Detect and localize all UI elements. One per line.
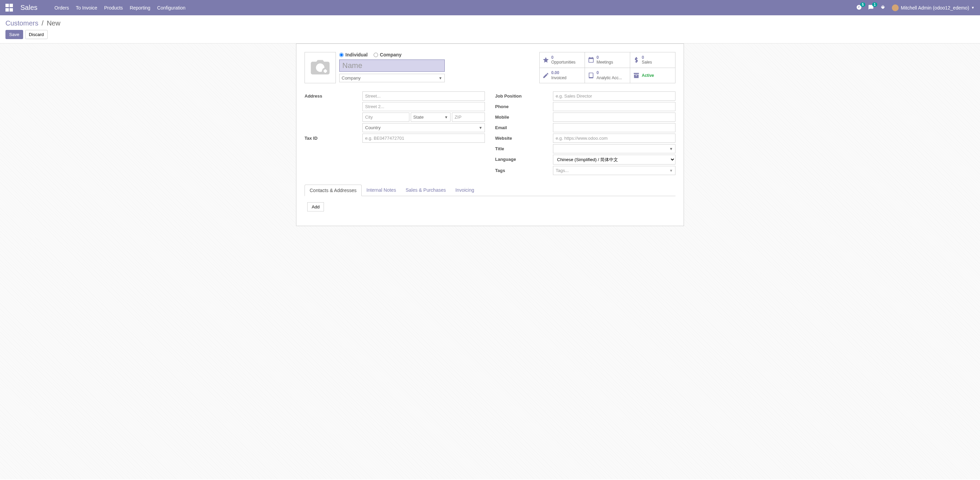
add-button[interactable]: Add (307, 202, 324, 211)
label-language: Language (495, 155, 550, 162)
radio-company[interactable]: Company (374, 52, 401, 57)
navbar-menu: Orders To Invoice Products Reporting Con… (54, 5, 856, 11)
country-select[interactable]: Country (363, 123, 485, 132)
apps-icon[interactable] (5, 4, 14, 12)
book-icon (588, 72, 595, 79)
job-position-input[interactable] (553, 92, 675, 101)
label-title: Title (495, 144, 550, 151)
control-panel: Customers / New Save Discard (0, 15, 980, 43)
user-menu[interactable]: Mitchell Admin (odoo12_edemo) ▼ (892, 5, 975, 11)
breadcrumb-customers[interactable]: Customers (5, 19, 38, 27)
stat-active[interactable]: Active (630, 68, 675, 83)
image-upload[interactable] (305, 52, 336, 83)
title-select[interactable] (553, 144, 675, 153)
radio-individual[interactable]: Individual (339, 52, 368, 57)
activities-button[interactable]: 5 (856, 5, 862, 11)
menu-configuration[interactable]: Configuration (157, 5, 185, 11)
content-area: Individual Company Company 0Opportunitie… (0, 43, 980, 479)
dollar-icon (633, 56, 640, 63)
menu-to-invoice[interactable]: To Invoice (76, 5, 97, 11)
tax-id-input[interactable] (363, 134, 485, 143)
zip-input[interactable] (452, 112, 485, 122)
name-input[interactable] (339, 60, 445, 72)
street2-input[interactable] (363, 102, 485, 111)
city-input[interactable] (363, 112, 409, 122)
tab-content: Add (305, 196, 675, 217)
breadcrumb-current: New (47, 19, 60, 27)
company-select[interactable]: Company (339, 74, 445, 82)
user-name: Mitchell Admin (odoo12_edemo) (901, 5, 969, 11)
breadcrumb: Customers / New (5, 19, 975, 27)
caret-down-icon: ▼ (971, 6, 975, 10)
label-address: Address (305, 92, 359, 98)
email-input[interactable] (553, 123, 675, 132)
language-select[interactable]: Chinese (Simplified) / 简体中文 (553, 155, 675, 165)
debug-button[interactable] (880, 5, 886, 11)
state-select[interactable]: State (411, 112, 450, 122)
mobile-input[interactable] (553, 112, 675, 122)
activities-badge: 5 (860, 2, 865, 7)
form-sheet: Individual Company Company 0Opportunitie… (296, 43, 684, 226)
label-phone: Phone (495, 102, 550, 109)
bug-icon (880, 5, 886, 10)
breadcrumb-sep: / (41, 19, 43, 27)
save-button[interactable]: Save (5, 30, 23, 39)
messages-badge: 1 (872, 2, 878, 7)
navbar: Sales Orders To Invoice Products Reporti… (0, 0, 980, 15)
avatar (892, 5, 899, 11)
navbar-right: 5 1 Mitchell Admin (odoo12_edemo) ▼ (856, 5, 975, 11)
app-brand[interactable]: Sales (21, 4, 37, 11)
label-email: Email (495, 123, 550, 130)
discard-button[interactable]: Discard (25, 30, 48, 39)
label-job-position: Job Position (495, 92, 550, 98)
tab-internal-notes[interactable]: Internal Notes (362, 185, 401, 196)
label-mobile: Mobile (495, 112, 550, 120)
stat-invoiced[interactable]: 0.00Invoiced (540, 68, 585, 83)
radio-company-input[interactable] (374, 53, 378, 57)
radio-individual-input[interactable] (339, 53, 344, 57)
phone-input[interactable] (553, 102, 675, 111)
menu-reporting[interactable]: Reporting (130, 5, 150, 11)
pencil-square-icon (542, 72, 549, 79)
tab-invoicing[interactable]: Invoicing (450, 185, 479, 196)
stat-analytic[interactable]: 0Analytic Acc... (585, 68, 630, 83)
stat-opportunities[interactable]: 0Opportunities (540, 52, 585, 68)
tab-contacts[interactable]: Contacts & Addresses (305, 185, 362, 196)
camera-plus-icon (310, 59, 331, 76)
star-icon (542, 56, 549, 63)
messages-button[interactable]: 1 (868, 5, 874, 11)
tabs: Contacts & Addresses Internal Notes Sale… (305, 185, 675, 196)
label-tax-id: Tax ID (305, 134, 359, 141)
stat-meetings[interactable]: 0Meetings (585, 52, 630, 68)
archive-icon (633, 72, 640, 79)
street-input[interactable] (363, 92, 485, 101)
website-input[interactable] (553, 134, 675, 143)
tags-select[interactable]: Tags... (553, 166, 675, 175)
label-website: Website (495, 134, 550, 141)
stat-buttons: 0Opportunities 0Meetings 0Sales 0.00Invo… (539, 52, 675, 83)
calendar-icon (588, 56, 595, 63)
tab-sales-purchases[interactable]: Sales & Purchases (401, 185, 450, 196)
label-tags: Tags (495, 166, 550, 173)
menu-orders[interactable]: Orders (54, 5, 69, 11)
stat-sales[interactable]: 0Sales (630, 52, 675, 68)
menu-products[interactable]: Products (104, 5, 123, 11)
